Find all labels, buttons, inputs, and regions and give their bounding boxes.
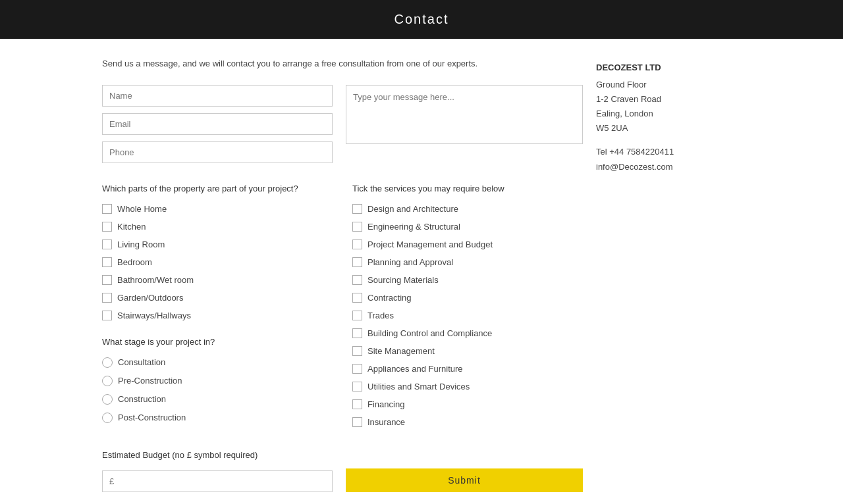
checkbox-utilities-label: Utilities and Smart Devices	[367, 382, 470, 391]
checkbox-living-room[interactable]: Living Room	[102, 239, 333, 249]
checkbox-garden-label: Garden/Outdoors	[117, 293, 183, 303]
stage-label: What stage is your project in?	[102, 336, 333, 348]
services-section: Tick the services you may require below …	[352, 183, 583, 435]
radio-consultation-input[interactable]	[102, 357, 113, 368]
checkbox-financing-label: Financing	[367, 399, 404, 409]
checkbox-site-mgmt-input[interactable]	[352, 346, 362, 356]
company-email: info@Decozest.com	[596, 160, 741, 174]
checkbox-living-room-input[interactable]	[102, 239, 112, 249]
checkbox-appliances[interactable]: Appliances and Furniture	[352, 364, 583, 374]
checkbox-living-room-label: Living Room	[117, 239, 165, 249]
radio-post-construction-label: Post-Construction	[118, 413, 186, 422]
radio-pre-construction-label: Pre-Construction	[118, 376, 182, 386]
checkbox-stairways-label: Stairways/Hallways	[117, 311, 191, 320]
checkbox-design[interactable]: Design and Architecture	[352, 204, 583, 214]
submit-button[interactable]: Submit	[346, 468, 583, 492]
message-textarea[interactable]	[346, 85, 583, 144]
company-name: DECOZEST LTD	[596, 61, 741, 75]
checkbox-sourcing-input[interactable]	[352, 275, 362, 285]
email-input[interactable]	[102, 113, 333, 135]
company-address-line4: W5 2UA	[596, 121, 741, 136]
radio-pre-construction[interactable]: Pre-Construction	[102, 376, 333, 386]
checkbox-kitchen[interactable]: Kitchen	[102, 222, 333, 232]
checkbox-trades-label: Trades	[367, 311, 394, 320]
checkbox-garden-input[interactable]	[102, 293, 112, 303]
checkbox-building-control-label: Building Control and Compliance	[367, 328, 492, 338]
phone-input[interactable]	[102, 141, 333, 163]
radio-consultation-label: Consultation	[118, 357, 165, 367]
page-header: Contact	[0, 0, 843, 39]
radio-construction-label: Construction	[118, 394, 166, 404]
checkbox-trades[interactable]: Trades	[352, 311, 583, 320]
checkbox-whole-home[interactable]: Whole Home	[102, 204, 333, 214]
checkbox-project-mgmt-label: Project Management and Budget	[367, 239, 493, 249]
checkbox-whole-home-input[interactable]	[102, 204, 112, 214]
checkbox-sourcing[interactable]: Sourcing Materials	[352, 275, 583, 285]
company-address-line3: Ealing, London	[596, 107, 741, 121]
checkbox-kitchen-input[interactable]	[102, 222, 112, 232]
checkbox-insurance-input[interactable]	[352, 417, 362, 427]
checkbox-site-mgmt-label: Site Management	[367, 346, 435, 356]
header-title: Contact	[394, 12, 449, 26]
checkbox-contracting-label: Contracting	[367, 293, 411, 303]
checkbox-bathroom-label: Bathroom/Wet room	[117, 275, 194, 285]
services-label: Tick the services you may require below	[352, 183, 583, 195]
checkbox-planning[interactable]: Planning and Approval	[352, 257, 583, 267]
checkbox-utilities[interactable]: Utilities and Smart Devices	[352, 382, 583, 391]
checkbox-bedroom-label: Bedroom	[117, 257, 152, 267]
checkbox-building-control-input[interactable]	[352, 328, 362, 338]
property-label: Which parts of the property are part of …	[102, 183, 333, 195]
radio-pre-construction-input[interactable]	[102, 376, 113, 386]
checkbox-engineering-input[interactable]	[352, 222, 362, 232]
checkbox-contracting[interactable]: Contracting	[352, 293, 583, 303]
checkbox-utilities-input[interactable]	[352, 382, 362, 391]
checkbox-project-mgmt[interactable]: Project Management and Budget	[352, 239, 583, 249]
checkbox-bathroom[interactable]: Bathroom/Wet room	[102, 275, 333, 285]
name-input[interactable]	[102, 85, 333, 107]
intro-text: Send us a message, and we will contact y…	[102, 57, 583, 70]
checkbox-planning-label: Planning and Approval	[367, 257, 453, 267]
checkbox-stairways-input[interactable]	[102, 311, 112, 320]
checkbox-bedroom-input[interactable]	[102, 257, 112, 267]
checkbox-insurance-label: Insurance	[367, 417, 405, 427]
checkbox-bedroom[interactable]: Bedroom	[102, 257, 333, 267]
company-address-line1: Ground Floor	[596, 78, 741, 92]
checkbox-engineering[interactable]: Engineering & Structural	[352, 222, 583, 232]
checkbox-trades-input[interactable]	[352, 311, 362, 320]
budget-label: Estimated Budget (no £ symbol required)	[102, 449, 333, 461]
checkbox-financing[interactable]: Financing	[352, 399, 583, 409]
checkbox-site-mgmt[interactable]: Site Management	[352, 346, 583, 356]
radio-post-construction-input[interactable]	[102, 413, 113, 423]
checkbox-whole-home-label: Whole Home	[117, 204, 167, 214]
company-info: DECOZEST LTD Ground Floor 1-2 Craven Roa…	[596, 61, 741, 174]
checkbox-stairways[interactable]: Stairways/Hallways	[102, 311, 333, 320]
checkbox-design-input[interactable]	[352, 204, 362, 214]
checkbox-design-label: Design and Architecture	[367, 204, 458, 214]
checkbox-garden[interactable]: Garden/Outdoors	[102, 293, 333, 303]
company-tel: Tel +44 7584220411	[596, 145, 741, 159]
checkbox-appliances-label: Appliances and Furniture	[367, 364, 463, 374]
checkbox-insurance[interactable]: Insurance	[352, 417, 583, 427]
radio-construction[interactable]: Construction	[102, 394, 333, 405]
checkbox-kitchen-label: Kitchen	[117, 222, 146, 232]
checkbox-sourcing-label: Sourcing Materials	[367, 275, 439, 285]
checkbox-financing-input[interactable]	[352, 399, 362, 409]
budget-input[interactable]	[102, 470, 333, 492]
checkbox-bathroom-input[interactable]	[102, 275, 112, 285]
checkbox-planning-input[interactable]	[352, 257, 362, 267]
checkbox-engineering-label: Engineering & Structural	[367, 222, 460, 232]
checkbox-contracting-input[interactable]	[352, 293, 362, 303]
radio-construction-input[interactable]	[102, 394, 113, 405]
checkbox-appliances-input[interactable]	[352, 364, 362, 374]
radio-post-construction[interactable]: Post-Construction	[102, 413, 333, 423]
radio-consultation[interactable]: Consultation	[102, 357, 333, 368]
checkbox-building-control[interactable]: Building Control and Compliance	[352, 328, 583, 338]
company-address-line2: 1-2 Craven Road	[596, 92, 741, 107]
checkbox-project-mgmt-input[interactable]	[352, 239, 362, 249]
